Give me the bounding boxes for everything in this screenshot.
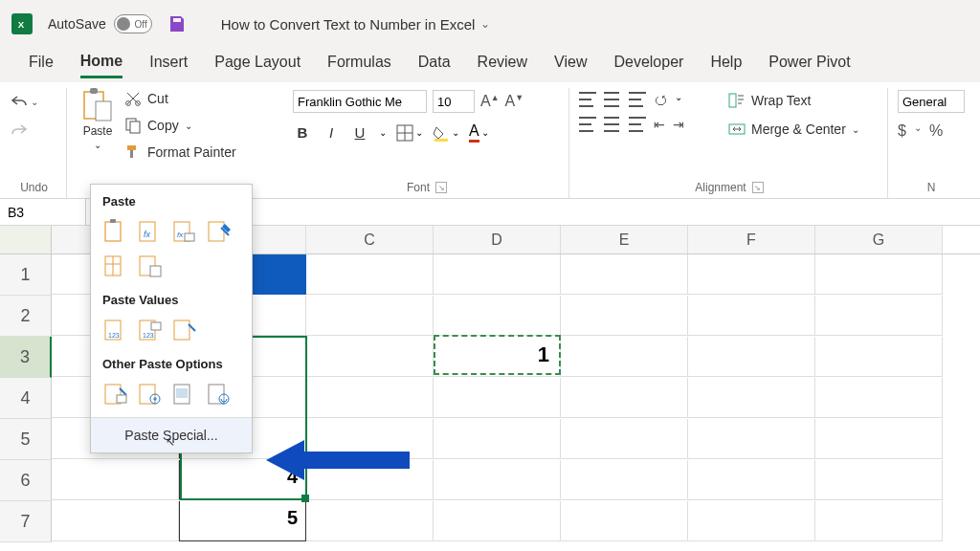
group-label-alignment: Alignment xyxy=(695,181,746,194)
paste-option-icon[interactable]: fx xyxy=(171,218,198,245)
paste-other-icon[interactable] xyxy=(206,381,233,408)
dialog-launcher-icon[interactable]: ↘ xyxy=(752,182,764,193)
title-bar: X AutoSave Off How to Convert Text to Nu… xyxy=(0,0,980,48)
column-header[interactable]: C xyxy=(306,226,434,253)
orientation-button[interactable]: ⭯ xyxy=(654,92,667,107)
format-painter-button[interactable]: Format Painter xyxy=(124,142,236,163)
paste-other-icon[interactable] xyxy=(171,381,198,408)
svg-rect-4 xyxy=(96,101,111,121)
align-left-button[interactable] xyxy=(579,117,596,132)
chevron-down-icon[interactable]: ⌄ xyxy=(94,140,101,150)
paste-other-icon[interactable] xyxy=(102,381,129,408)
tab-developer[interactable]: Developer xyxy=(613,54,683,77)
align-center-button[interactable] xyxy=(604,117,621,132)
align-middle-button[interactable] xyxy=(604,92,621,107)
paste-option-icon[interactable] xyxy=(206,218,233,245)
tab-insert[interactable]: Insert xyxy=(149,54,188,77)
fill-color-button[interactable]: ⌄ xyxy=(433,124,459,142)
row-header[interactable]: 1 xyxy=(0,254,52,296)
merge-center-button[interactable]: Merge & Center ⌄ xyxy=(728,121,880,138)
percent-format-button[interactable]: % xyxy=(929,122,943,140)
cut-button[interactable]: Cut xyxy=(124,88,236,109)
decrease-indent-button[interactable]: ⇤ xyxy=(654,117,665,132)
undo-button[interactable]: ⌄ xyxy=(10,92,44,111)
tab-power-pivot[interactable]: Power Pivot xyxy=(768,54,850,77)
paste-option-icon[interactable] xyxy=(102,253,129,279)
chevron-down-icon[interactable]: ⌄ xyxy=(480,17,490,31)
paste-values-icon[interactable] xyxy=(171,317,198,343)
paste-option-icon[interactable] xyxy=(102,218,129,245)
tab-review[interactable]: Review xyxy=(478,54,527,77)
dialog-launcher-icon[interactable]: ↘ xyxy=(435,182,447,193)
name-box[interactable]: B3 xyxy=(0,199,86,225)
font-color-button[interactable]: A⌄ xyxy=(469,122,489,143)
paste-special-menu-item[interactable]: Paste Special... ↖ xyxy=(91,417,252,452)
underline-button[interactable]: U xyxy=(350,124,369,141)
tab-view[interactable]: View xyxy=(554,54,587,77)
paste-option-icon[interactable] xyxy=(137,253,164,279)
align-top-button[interactable] xyxy=(579,92,596,107)
tab-page-layout[interactable]: Page Layout xyxy=(214,54,301,77)
paste-section-header: Paste xyxy=(91,190,252,212)
decrease-font-button[interactable]: A▼ xyxy=(505,93,524,110)
font-name-select[interactable] xyxy=(293,90,427,113)
redo-button[interactable] xyxy=(10,121,44,140)
autosave-label: AutoSave xyxy=(48,16,106,32)
chevron-down-icon[interactable]: ⌄ xyxy=(379,127,387,138)
font-size-select[interactable] xyxy=(433,90,475,113)
ribbon: ⌄ Undo Paste ⌄ Cut Copy xyxy=(0,82,980,199)
copy-marquee: 1 xyxy=(434,335,561,375)
row-header[interactable]: 7 xyxy=(0,501,52,542)
copy-button[interactable]: Copy ⌄ xyxy=(124,115,236,136)
column-header[interactable]: G xyxy=(815,226,943,253)
svg-text:X: X xyxy=(18,19,25,30)
increase-indent-button[interactable]: ⇥ xyxy=(673,117,684,132)
svg-text:123: 123 xyxy=(143,332,154,339)
svg-rect-22 xyxy=(209,222,224,241)
cell[interactable]: 5 xyxy=(179,501,306,541)
chevron-down-icon[interactable]: ⌄ xyxy=(31,97,38,107)
row-header[interactable]: 2 xyxy=(0,296,52,337)
chevron-down-icon[interactable]: ⌄ xyxy=(185,121,192,131)
paste-button[interactable]: Paste ⌄ xyxy=(77,88,119,163)
row-header[interactable]: 4 xyxy=(0,378,52,419)
autosave-toggle[interactable]: Off xyxy=(114,14,152,33)
tab-data[interactable]: Data xyxy=(418,54,451,77)
paste-option-icon[interactable]: fx xyxy=(137,218,164,245)
tab-help[interactable]: Help xyxy=(710,54,742,77)
accounting-format-button[interactable]: $ xyxy=(898,122,906,140)
svg-rect-13 xyxy=(729,94,736,107)
svg-rect-15 xyxy=(105,222,121,241)
svg-rect-33 xyxy=(174,320,189,340)
row-header[interactable]: 5 xyxy=(0,419,52,460)
number-format-select[interactable] xyxy=(898,90,965,113)
column-header[interactable]: D xyxy=(434,226,561,253)
align-right-button[interactable] xyxy=(629,117,646,132)
wrap-text-button[interactable]: Wrap Text xyxy=(728,92,880,109)
merge-icon xyxy=(728,121,746,138)
tab-file[interactable]: File xyxy=(29,54,54,77)
chevron-down-icon[interactable]: ⌄ xyxy=(852,124,859,135)
borders-button[interactable]: ⌄ xyxy=(396,124,423,142)
paste-values-icon[interactable]: 123 xyxy=(102,317,129,343)
paintbrush-icon xyxy=(124,143,142,161)
column-header[interactable]: F xyxy=(688,226,815,253)
paste-values-icon[interactable]: 123 xyxy=(137,317,164,343)
paste-other-icon[interactable] xyxy=(137,381,164,408)
save-icon[interactable] xyxy=(167,14,187,33)
row-header[interactable]: 3 xyxy=(0,337,52,378)
row-header[interactable]: 6 xyxy=(0,460,52,501)
tab-formulas[interactable]: Formulas xyxy=(327,54,391,77)
scissors-icon xyxy=(124,90,142,107)
svg-marker-42 xyxy=(266,440,410,480)
tab-home[interactable]: Home xyxy=(80,53,122,78)
annotation-arrow xyxy=(266,432,410,488)
select-all-corner[interactable] xyxy=(0,226,52,253)
increase-font-button[interactable]: A▲ xyxy=(480,93,500,110)
column-header[interactable]: E xyxy=(561,226,688,253)
align-bottom-button[interactable] xyxy=(629,92,646,107)
svg-rect-12 xyxy=(434,139,448,142)
italic-button[interactable]: I xyxy=(322,124,341,141)
document-title[interactable]: How to Convert Text to Number in Excel xyxy=(221,16,476,33)
bold-button[interactable]: B xyxy=(293,124,312,141)
